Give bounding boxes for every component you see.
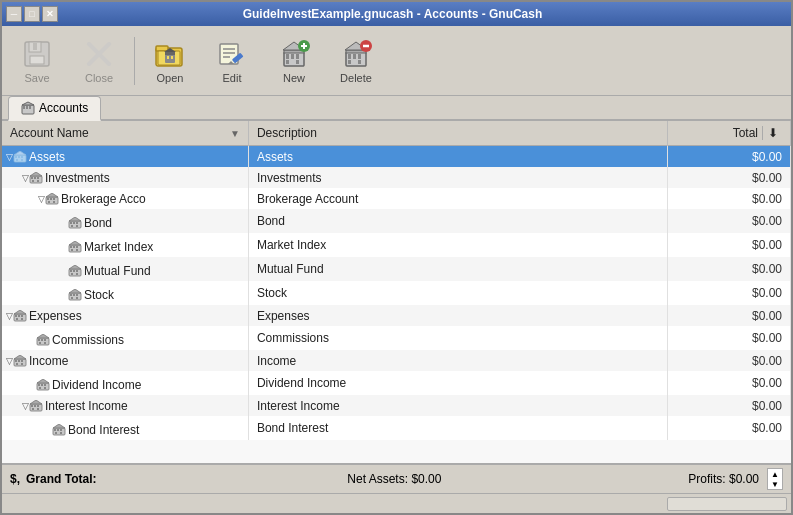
svg-rect-78 [71, 249, 73, 251]
svg-rect-65 [53, 201, 55, 203]
sort-arrow-icon: ▼ [230, 128, 240, 139]
svg-rect-117 [38, 384, 40, 386]
edit-icon [216, 38, 248, 70]
svg-rect-83 [73, 270, 75, 272]
svg-rect-97 [18, 315, 20, 317]
account-icon [29, 172, 43, 184]
svg-marker-66 [46, 193, 58, 197]
account-icon [13, 151, 27, 163]
account-name-cell: Stock [2, 281, 248, 305]
svg-rect-63 [53, 198, 55, 200]
table-row[interactable]: Commissions Commissions$0.00 [2, 326, 791, 350]
svg-rect-126 [37, 405, 39, 407]
table-row[interactable]: Dividend Income Dividend Income$0.00 [2, 371, 791, 395]
table-row[interactable]: Market Index Market Index$0.00 [2, 233, 791, 257]
spinner-down[interactable]: ▼ [768, 479, 782, 489]
table-row[interactable]: Mutual Fund Mutual Fund$0.00 [2, 257, 791, 281]
account-total-cell: $0.00 [667, 167, 790, 188]
col-header-total[interactable]: Total ⬇ [667, 121, 790, 146]
account-total-cell: $0.00 [667, 350, 790, 371]
collapse-icon[interactable]: ▽ [22, 401, 29, 411]
table-row[interactable]: ▽ Investments Investments$0.00 [2, 167, 791, 188]
svg-rect-124 [31, 405, 33, 407]
accounts-table[interactable]: Account Name ▼ Description Total [2, 121, 791, 463]
save-icon [21, 38, 53, 70]
svg-rect-85 [71, 273, 73, 275]
svg-rect-76 [73, 246, 75, 248]
svg-rect-105 [44, 339, 46, 341]
svg-rect-96 [15, 315, 17, 317]
table-row[interactable]: ▽ Interest Income Interest Income$0.00 [2, 395, 791, 416]
svg-rect-128 [37, 408, 39, 410]
statusbar-spinner[interactable]: ▲ ▼ [767, 468, 783, 490]
account-name-cell: Bond [2, 209, 248, 233]
table-row[interactable]: Bond Interest Bond Interest$0.00 [2, 416, 791, 440]
collapse-icon[interactable]: ▽ [22, 173, 29, 183]
account-description-cell: Income [248, 350, 667, 371]
minimize-button[interactable]: ─ [6, 6, 22, 22]
tab-accounts[interactable]: Accounts [8, 96, 101, 121]
horizontal-scrollbar[interactable] [667, 497, 787, 511]
account-name-cell: ▽ Interest Income [2, 395, 248, 416]
svg-rect-7 [156, 46, 168, 51]
svg-rect-43 [26, 106, 28, 109]
svg-rect-103 [38, 339, 40, 341]
svg-rect-21 [286, 54, 289, 59]
close-window-button[interactable]: ✕ [42, 6, 58, 22]
table-row[interactable]: Stock Stock$0.00 [2, 281, 791, 305]
account-name-cell: ▽ Investments [2, 167, 248, 188]
collapse-icon[interactable]: ▽ [6, 152, 13, 162]
svg-rect-119 [44, 384, 46, 386]
col-header-description[interactable]: Description [248, 121, 667, 146]
svg-rect-75 [70, 246, 72, 248]
table-row[interactable]: ▽ Income Income$0.00 [2, 350, 791, 371]
svg-rect-98 [21, 315, 23, 317]
table-row[interactable]: ▽ Expenses Expenses$0.00 [2, 305, 791, 326]
col-header-account-name[interactable]: Account Name ▼ [2, 121, 248, 146]
svg-marker-129 [30, 400, 42, 404]
collapse-icon[interactable]: ▽ [6, 311, 13, 321]
svg-rect-90 [73, 294, 75, 296]
account-description-cell: Brokerage Account [248, 188, 667, 209]
table-row[interactable]: ▽ Brokerage Acco Brokerage Account$0.00 [2, 188, 791, 209]
table-row[interactable]: Bond Bond$0.00 [2, 209, 791, 233]
edit-button[interactable]: Edit [203, 32, 261, 90]
window-title: GuideInvestExample.gnucash - Accounts - … [58, 7, 727, 21]
svg-rect-25 [296, 60, 299, 64]
collapse-icon[interactable]: ▽ [6, 356, 13, 366]
account-total-cell: $0.00 [667, 416, 790, 440]
maximize-button[interactable]: □ [24, 6, 40, 22]
save-button[interactable]: Save [8, 32, 66, 90]
account-icon [36, 379, 50, 391]
grand-total-label: Grand Total: [26, 472, 96, 486]
account-description-cell: Interest Income [248, 395, 667, 416]
svg-rect-49 [21, 156, 23, 158]
account-description-cell: Stock [248, 281, 667, 305]
svg-rect-133 [60, 429, 62, 431]
new-button[interactable]: New [265, 32, 323, 90]
account-description-cell: Bond Interest [248, 416, 667, 440]
spinner-up[interactable]: ▲ [768, 469, 782, 479]
svg-rect-92 [71, 297, 73, 299]
open-button[interactable]: Open [141, 32, 199, 90]
close-button[interactable]: Close [70, 32, 128, 90]
collapse-icon[interactable]: ▽ [38, 194, 45, 204]
svg-rect-54 [31, 177, 33, 179]
profits-label: Profits: [688, 472, 725, 486]
svg-rect-64 [48, 201, 50, 203]
accounts-tab-icon [21, 101, 35, 115]
svg-rect-82 [70, 270, 72, 272]
svg-rect-62 [50, 198, 52, 200]
net-assets-label: Net Assets: [347, 472, 408, 486]
svg-rect-55 [34, 177, 36, 179]
delete-button[interactable]: Delete [327, 32, 385, 90]
svg-rect-58 [37, 180, 39, 182]
account-name-cell: ▽ Brokerage Acco [2, 188, 248, 209]
account-total-cell: $0.00 [667, 233, 790, 257]
account-icon [68, 265, 82, 277]
account-description-cell: Investments [248, 167, 667, 188]
account-icon [52, 424, 66, 436]
svg-rect-48 [18, 156, 20, 158]
table-row[interactable]: ▽ Assets Assets$0.00 [2, 146, 791, 168]
account-total-cell: $0.00 [667, 371, 790, 395]
